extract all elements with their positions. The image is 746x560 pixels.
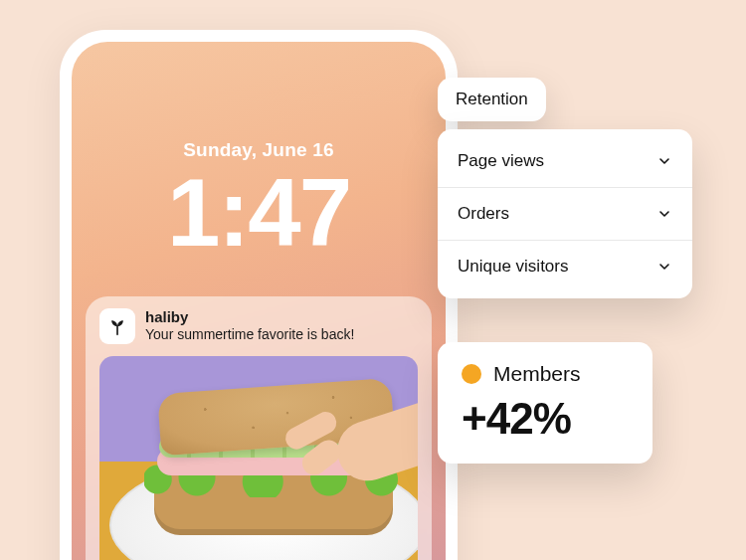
notification-message: Your summertime favorite is back! [145, 326, 418, 342]
retention-label: Retention [456, 90, 528, 108]
metric-label: Page views [458, 151, 544, 171]
metric-label: Orders [458, 204, 509, 224]
notification-header: haliby Your summertime favorite is back! [99, 308, 418, 344]
members-delta: +42% [462, 394, 629, 444]
metric-row-unique-visitors[interactable]: Unique visitors [438, 241, 692, 292]
notification-card[interactable]: haliby Your summertime favorite is back! [86, 296, 432, 560]
metric-row-orders[interactable]: Orders [438, 188, 692, 241]
chevron-down-icon [656, 153, 672, 169]
sprout-icon [99, 308, 135, 344]
chevron-down-icon [656, 259, 672, 275]
members-label: Members [493, 362, 581, 386]
members-header: Members [462, 362, 629, 386]
phone-frame: Sunday, June 16 1:47 haliby Your summert… [60, 30, 458, 560]
phone-screen: Sunday, June 16 1:47 haliby Your summert… [72, 42, 446, 560]
status-dot [462, 364, 481, 384]
notification-texts: haliby Your summertime favorite is back! [145, 308, 418, 342]
lockscreen-time: 1:47 [72, 165, 446, 261]
metrics-panel: Page views Orders Unique visitors [438, 129, 692, 298]
metric-label: Unique visitors [458, 257, 569, 277]
retention-chip[interactable]: Retention [438, 78, 546, 121]
notification-image [99, 356, 418, 560]
members-card[interactable]: Members +42% [438, 342, 653, 464]
notification-app-name: haliby [145, 308, 418, 325]
chevron-down-icon [656, 206, 672, 222]
lockscreen-date: Sunday, June 16 [72, 139, 446, 161]
metric-row-page-views[interactable]: Page views [438, 135, 692, 188]
